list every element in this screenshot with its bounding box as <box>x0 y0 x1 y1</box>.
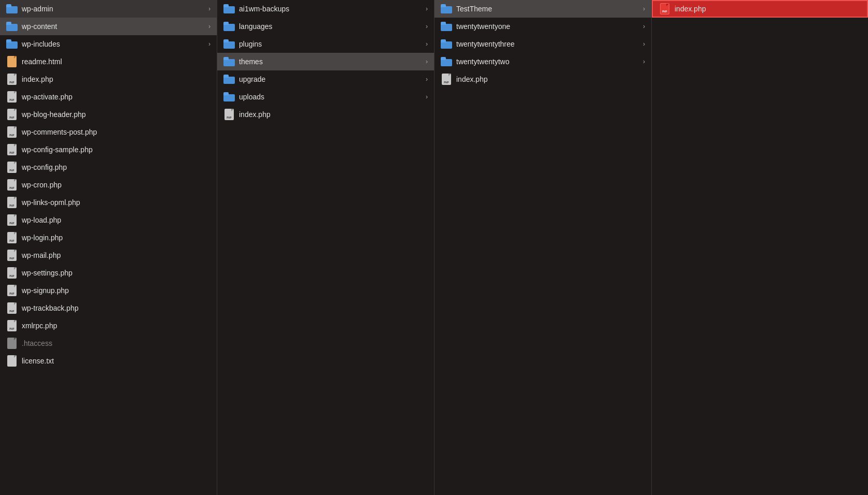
folder-icon <box>223 91 235 103</box>
list-item[interactable]: PHPwp-settings.php <box>0 264 217 282</box>
file-browser: wp-admin›wp-content›wp-includes›readme.h… <box>0 0 868 495</box>
list-item[interactable]: PHPwp-config.php <box>0 158 217 176</box>
list-item[interactable]: PHPwp-trackback.php <box>0 299 217 317</box>
list-item[interactable]: wp-admin› <box>0 0 217 18</box>
list-item[interactable]: themes› <box>217 53 434 70</box>
list-item[interactable]: license.txt <box>0 352 217 370</box>
chevron-right-icon: › <box>426 58 428 65</box>
folder-icon <box>6 21 18 32</box>
file-name: plugins <box>239 40 426 48</box>
php-icon: PHP <box>6 302 18 314</box>
file-name: wp-load.php <box>22 216 211 224</box>
list-item[interactable]: PHPindex.php <box>652 0 868 18</box>
column-4: PHPindex.php <box>652 0 868 495</box>
list-item[interactable]: wp-includes› <box>0 35 217 53</box>
list-item[interactable]: TestTheme› <box>435 0 651 18</box>
htaccess-icon <box>6 338 18 349</box>
list-item[interactable]: upgrade› <box>217 70 434 88</box>
list-item[interactable]: PHPwp-load.php <box>0 211 217 229</box>
php-icon: PHP <box>6 144 18 155</box>
php-icon: PHP <box>6 197 18 208</box>
list-item[interactable]: twentytwentytwo› <box>435 53 651 70</box>
list-item[interactable]: PHPwp-mail.php <box>0 246 217 264</box>
file-name: TestTheme <box>456 5 643 13</box>
list-item[interactable]: readme.html <box>0 53 217 70</box>
folder-icon <box>223 21 235 32</box>
file-name: xmlrpc.php <box>22 322 211 330</box>
folder-icon <box>223 74 235 85</box>
php-icon: PHP <box>6 162 18 173</box>
folder-icon <box>441 3 452 14</box>
list-item[interactable]: PHPwp-activate.php <box>0 88 217 106</box>
file-name: wp-cron.php <box>22 181 211 189</box>
list-item[interactable]: PHPwp-blog-header.php <box>0 106 217 123</box>
file-name: wp-signup.php <box>22 286 211 295</box>
chevron-right-icon: › <box>426 40 428 48</box>
php-icon: PHP <box>6 320 18 331</box>
list-item[interactable]: twentytwentyone› <box>435 18 651 35</box>
file-name: wp-login.php <box>22 234 211 242</box>
list-item[interactable]: plugins› <box>217 35 434 53</box>
file-name: index.php <box>239 110 428 119</box>
file-name: wp-links-opml.php <box>22 198 211 207</box>
file-name: wp-activate.php <box>22 93 211 101</box>
file-name: wp-settings.php <box>22 269 211 277</box>
chevron-right-icon: › <box>426 5 428 12</box>
folder-icon <box>6 38 18 50</box>
html-icon <box>6 56 18 67</box>
list-item[interactable]: .htaccess <box>0 334 217 352</box>
php-icon: PHP <box>6 126 18 138</box>
php-icon: PHP <box>6 179 18 191</box>
column-2: ai1wm-backups›languages›plugins›themes›u… <box>217 0 435 495</box>
list-item[interactable]: twentytwentythree› <box>435 35 651 53</box>
file-name: languages <box>239 22 426 31</box>
list-item[interactable]: PHPwp-config-sample.php <box>0 141 217 158</box>
list-item[interactable]: PHPwp-login.php <box>0 229 217 246</box>
list-item[interactable]: uploads› <box>217 88 434 106</box>
file-name: wp-config.php <box>22 163 211 171</box>
php-icon: PHP <box>6 232 18 243</box>
column-1: wp-admin›wp-content›wp-includes›readme.h… <box>0 0 217 495</box>
php-icon: PHP <box>6 214 18 226</box>
chevron-right-icon: › <box>643 5 645 12</box>
php-icon: PHP <box>6 267 18 279</box>
folder-icon <box>441 38 452 50</box>
list-item[interactable]: ai1wm-backups› <box>217 0 434 18</box>
folder-icon <box>441 56 452 67</box>
file-name: wp-admin <box>22 5 208 13</box>
list-item[interactable]: PHPxmlrpc.php <box>0 317 217 334</box>
file-name: wp-comments-post.php <box>22 128 211 136</box>
list-item[interactable]: PHPindex.php <box>435 70 651 88</box>
chevron-right-icon: › <box>643 23 645 30</box>
file-name: wp-blog-header.php <box>22 110 211 119</box>
list-item[interactable]: PHPwp-signup.php <box>0 282 217 299</box>
chevron-right-icon: › <box>643 58 645 65</box>
chevron-right-icon: › <box>426 76 428 83</box>
list-item[interactable]: wp-content› <box>0 18 217 35</box>
chevron-right-icon: › <box>208 23 211 30</box>
list-item[interactable]: languages› <box>217 18 434 35</box>
file-name: .htaccess <box>22 339 211 347</box>
txt-icon <box>6 355 18 367</box>
file-name: ai1wm-backups <box>239 5 426 13</box>
chevron-right-icon: › <box>426 23 428 30</box>
php-icon: PHP <box>6 74 18 85</box>
list-item[interactable]: PHPindex.php <box>217 106 434 123</box>
folder-icon <box>223 38 235 50</box>
php-icon: PHP <box>6 109 18 120</box>
list-item[interactable]: PHPwp-cron.php <box>0 176 217 194</box>
file-name: license.txt <box>22 357 211 365</box>
chevron-right-icon: › <box>643 40 645 48</box>
php-icon: PHP <box>441 74 452 85</box>
php-icon: PHP <box>6 250 18 261</box>
file-name: twentytwentytwo <box>456 57 643 66</box>
file-name: wp-trackback.php <box>22 304 211 312</box>
file-name: index.php <box>456 75 645 83</box>
file-name: index.php <box>22 75 211 83</box>
list-item[interactable]: PHPwp-links-opml.php <box>0 194 217 211</box>
file-name: wp-content <box>22 22 208 31</box>
list-item[interactable]: PHPindex.php <box>0 70 217 88</box>
folder-icon <box>223 3 235 14</box>
folder-icon <box>223 56 235 67</box>
list-item[interactable]: PHPwp-comments-post.php <box>0 123 217 141</box>
